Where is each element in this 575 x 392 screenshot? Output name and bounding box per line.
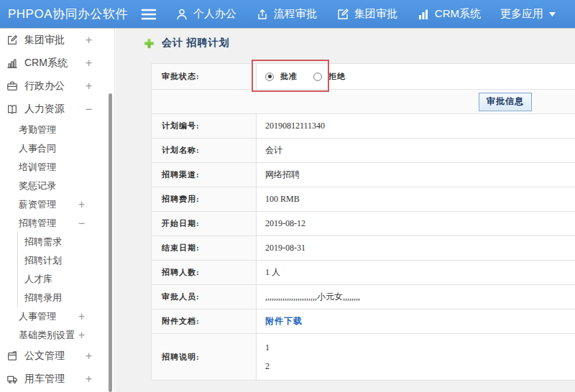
- top-nav: 个人办公流程审批集团审批CRM系统更多应用: [175, 7, 575, 21]
- field-label: 招聘渠道:: [152, 163, 257, 187]
- expand-plus-icon[interactable]: +: [78, 312, 85, 322]
- sidebar-item-8[interactable]: 奖惩记录: [0, 177, 114, 195]
- expand-plus-icon[interactable]: +: [86, 374, 92, 385]
- sidebar-item-11[interactable]: 招聘需求: [0, 233, 114, 251]
- sidebar-item-7[interactable]: 培训管理: [0, 158, 114, 177]
- sidebar-item-label: 人事管理: [19, 310, 56, 323]
- truck-icon: [6, 373, 18, 385]
- sidebar-item-label: 薪资管理: [19, 198, 56, 211]
- sidebar-item-14[interactable]: 招聘录用: [0, 289, 114, 307]
- chevron-down-icon: [549, 12, 556, 17]
- nav-item-label: 个人办公: [193, 7, 236, 21]
- expand-plus-icon[interactable]: +: [86, 351, 92, 362]
- sidebar-item-9[interactable]: 薪资管理+: [0, 195, 114, 214]
- field-value: 100 RMB: [257, 187, 575, 211]
- nav-item-more[interactable]: 更多应用: [500, 7, 556, 21]
- sidebar-menu: 集团审批+CRM系统+行政办公+人力资源−考勤管理人事合同培训管理奖惩记录薪资管…: [0, 29, 114, 391]
- book-icon: [6, 103, 18, 115]
- field-label: 计划编号:: [152, 114, 257, 138]
- nav-item-crm[interactable]: CRM系统: [417, 7, 481, 21]
- expand-plus-icon[interactable]: +: [86, 35, 92, 46]
- nav-item-process[interactable]: 流程审批: [256, 7, 317, 21]
- field-value: 会计: [257, 139, 575, 162]
- expand-plus-icon[interactable]: +: [86, 58, 92, 69]
- app-logo: PHPOA协同办公软件: [0, 6, 141, 22]
- field-label: 附件文档:: [152, 309, 257, 333]
- field-label: 开始日期:: [152, 212, 257, 235]
- sidebar-item-label: 集团审批: [24, 34, 65, 47]
- nav-item-personal[interactable]: 个人办公: [175, 7, 236, 21]
- expand-plus-icon[interactable]: +: [86, 81, 92, 92]
- form-row: 计划编号:20190812111340: [152, 114, 575, 139]
- field-label: 招聘说明:: [152, 334, 257, 380]
- approval-info-button[interactable]: 审批信息: [479, 93, 532, 111]
- field-value: 1 人: [257, 261, 575, 284]
- page-title-text: 会计 招聘计划: [162, 37, 230, 50]
- hamburger-menu-icon[interactable]: [141, 8, 157, 21]
- button-row: 审批信息: [152, 90, 575, 114]
- approval-form: 审批状态: 批准拒绝 审批信息 计划编号:20190812111340计划名称:…: [151, 63, 575, 381]
- expand-plus-icon[interactable]: +: [78, 330, 85, 341]
- field-label: 结束日期:: [152, 236, 257, 260]
- page-title: 会计 招聘计划: [116, 29, 575, 50]
- sidebar-item-10[interactable]: 招聘管理−: [0, 214, 114, 233]
- radio-option-reject: 拒绝: [313, 71, 346, 82]
- sidebar-item-13[interactable]: 人才库: [0, 270, 114, 289]
- sidebar-item-6[interactable]: 人事合同: [0, 139, 114, 158]
- status-options: 批准拒绝: [257, 64, 575, 89]
- edit-icon: [336, 8, 349, 21]
- field-value-line: 1: [265, 342, 270, 353]
- sidebar-item-label: 招聘需求: [24, 235, 62, 248]
- sidebar-item-15[interactable]: 人事管理+: [0, 307, 114, 326]
- sidebar-item-17[interactable]: 公文管理+: [0, 345, 114, 368]
- field-label: 审批人员:: [152, 285, 257, 309]
- sidebar-item-5[interactable]: 考勤管理: [0, 121, 114, 139]
- attachment-download-link[interactable]: 附件下载: [265, 315, 303, 327]
- collapse-minus-icon[interactable]: −: [86, 104, 92, 115]
- radio-label: 拒绝: [328, 71, 346, 82]
- field-value: 12: [257, 334, 575, 380]
- nav-item-label: CRM系统: [435, 7, 481, 21]
- nav-item-label: 更多应用: [500, 7, 543, 21]
- sidebar-item-18[interactable]: 用车管理+: [0, 368, 114, 391]
- nav-item-label: 集团审批: [354, 7, 397, 21]
- sidebar-item-label: 招聘计划: [24, 254, 62, 267]
- form-row: 招聘说明:12: [152, 334, 575, 380]
- sidebar-item-12[interactable]: 招聘计划: [0, 251, 114, 270]
- doc-icon: [6, 350, 18, 362]
- expand-plus-icon[interactable]: +: [78, 200, 85, 210]
- form-row: 开始日期:2019-08-12: [152, 212, 575, 236]
- sidebar-item-label: 公文管理: [24, 350, 65, 363]
- sidebar-item-label: 招聘管理: [19, 217, 56, 230]
- radio-reject[interactable]: [313, 73, 322, 81]
- sidebar-item-4[interactable]: 人力资源−: [0, 98, 114, 121]
- form-row: 附件文档:附件下载: [152, 309, 575, 334]
- collapse-minus-icon[interactable]: −: [78, 218, 85, 229]
- sidebar-item-label: 用车管理: [24, 373, 65, 386]
- form-row: 计划名称:会计: [152, 139, 575, 163]
- field-label: 审批状态:: [152, 64, 257, 89]
- bar-chart-icon: [6, 57, 18, 69]
- sidebar-item-3[interactable]: 行政办公+: [0, 75, 114, 98]
- sidebar-scrollbar[interactable]: [109, 93, 112, 392]
- field-value: 附件下载: [257, 309, 575, 333]
- field-label: 计划名称:: [152, 139, 257, 162]
- edit-square-icon: [6, 34, 18, 46]
- form-row: 招聘人数:1 人: [152, 261, 575, 285]
- radio-label: 批准: [280, 71, 298, 82]
- field-value-line: 2: [265, 361, 270, 371]
- radio-approve[interactable]: [265, 73, 274, 81]
- sidebar-item-label: CRM系统: [24, 57, 68, 70]
- user-icon: [175, 8, 188, 21]
- chart-icon: [417, 8, 430, 21]
- nav-item-group[interactable]: 集团审批: [336, 7, 397, 21]
- field-value: ,,,,,,,,,,,,,,,,,,,,,,,,小元女,,,,,,,,: [257, 285, 575, 309]
- sidebar-item-2[interactable]: CRM系统+: [0, 52, 114, 75]
- sidebar-item-1[interactable]: 集团审批+: [0, 29, 114, 52]
- sidebar-item-label: 人力资源: [24, 103, 65, 116]
- sidebar-item-label: 人才库: [24, 273, 52, 286]
- sidebar-item-label: 基础类别设置: [19, 329, 75, 342]
- form-row: 招聘渠道:网络招聘: [152, 163, 575, 187]
- radio-option-approve: 批准: [265, 71, 298, 82]
- sidebar-item-16[interactable]: 基础类别设置+: [0, 326, 114, 345]
